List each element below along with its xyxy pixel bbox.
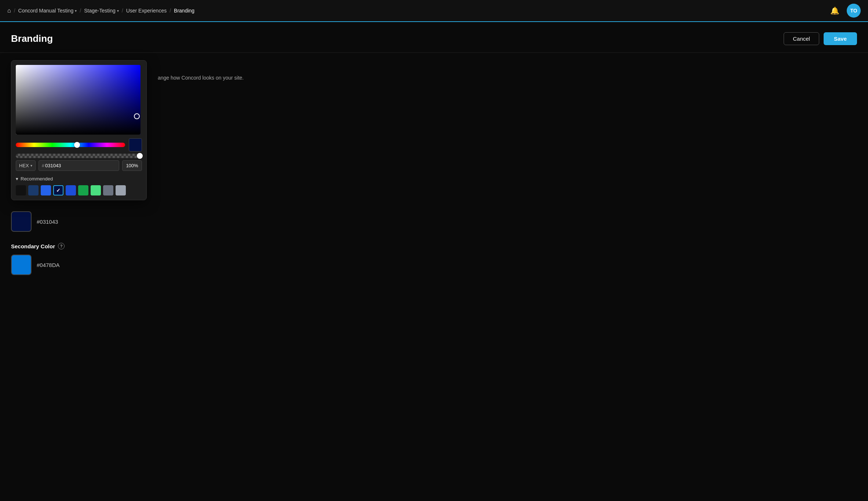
opacity-input[interactable] (122, 160, 142, 171)
hex-format-selector[interactable]: HEX ▾ (16, 160, 36, 171)
alpha-slider[interactable] (16, 154, 142, 158)
swatch-light-gray[interactable] (116, 185, 126, 195)
recommended-label: Recommended (21, 176, 53, 182)
swatch-dark-blue[interactable] (28, 185, 39, 195)
chevron-down-icon-2: ▾ (117, 9, 119, 13)
breadcrumb-ux-label: User Experiences (126, 8, 167, 14)
swatch-blue[interactable] (41, 185, 51, 195)
header-actions: Cancel Save (784, 32, 857, 45)
breadcrumb-stage-label: Stage-Testing (84, 8, 116, 14)
separator-3: / (169, 8, 171, 14)
breadcrumb-ux[interactable]: User Experiences (126, 8, 167, 14)
separator-2: / (122, 8, 123, 14)
separator-0: / (14, 8, 15, 14)
recommended-chevron-icon: ▾ (16, 176, 18, 182)
avatar[interactable]: TO (847, 4, 861, 18)
hue-slider[interactable] (16, 143, 125, 147)
secondary-color-section: Secondary Color ? #0478DA (11, 243, 857, 275)
hex-input[interactable] (45, 163, 74, 168)
breadcrumb-area: ⌂ / Concord Manual Testing ▾ / Stage-Tes… (7, 7, 194, 14)
hex-row: HEX ▾ # (16, 160, 142, 171)
hex-hash: # (42, 163, 44, 168)
swatch-navy[interactable]: ✓ (53, 185, 63, 195)
page-title: Branding (11, 33, 53, 44)
color-preview-swatch (129, 138, 142, 151)
gradient-dark (16, 65, 141, 135)
primary-color-row: #031043 (11, 211, 857, 232)
alpha-thumb[interactable] (137, 153, 143, 159)
secondary-color-row: #0478DA (11, 255, 857, 275)
gradient-canvas[interactable] (16, 65, 141, 135)
breadcrumb-concord-label: Concord Manual Testing (18, 8, 74, 14)
secondary-color-swatch[interactable] (11, 255, 32, 275)
swatch-green[interactable] (78, 185, 88, 195)
notification-bell-button[interactable]: 🔔 (829, 5, 841, 17)
separator-1: / (80, 8, 81, 14)
hex-chevron-icon: ▾ (30, 164, 32, 168)
hex-input-wrapper: # (39, 160, 119, 171)
hex-label-text: HEX (19, 163, 29, 168)
secondary-help-icon[interactable]: ? (58, 243, 65, 249)
secondary-color-label-row: Secondary Color ? (11, 243, 857, 249)
swatch-gray[interactable] (103, 185, 113, 195)
breadcrumb-stage[interactable]: Stage-Testing ▾ (84, 8, 119, 14)
hue-row (16, 138, 142, 151)
main-content: HEX ▾ # ▾ Recommended (0, 60, 868, 275)
recommended-swatches: ✓ (16, 185, 142, 195)
color-picker-popup: HEX ▾ # ▾ Recommended (11, 60, 147, 200)
swatch-black[interactable] (16, 185, 26, 195)
breadcrumb-concord[interactable]: Concord Manual Testing ▾ (18, 8, 77, 14)
color-picker-container: HEX ▾ # ▾ Recommended (11, 60, 147, 200)
secondary-color-label: Secondary Color (11, 243, 55, 249)
save-button[interactable]: Save (824, 32, 857, 45)
breadcrumb-branding: Branding (174, 8, 194, 14)
subtitle-text: ange how Concord looks on your site. (158, 75, 244, 81)
swatch-cobalt[interactable] (66, 185, 76, 195)
home-icon[interactable]: ⌂ (7, 7, 11, 14)
primary-color-hex: #031043 (37, 219, 58, 225)
chevron-down-icon: ▾ (75, 9, 77, 13)
secondary-color-hex: #0478DA (37, 262, 60, 268)
picker-circle[interactable] (134, 113, 140, 119)
cancel-button[interactable]: Cancel (784, 32, 819, 45)
swatch-light-green[interactable] (91, 185, 101, 195)
swatch-check-icon: ✓ (56, 187, 61, 193)
hue-thumb[interactable] (74, 142, 80, 148)
recommended-header[interactable]: ▾ Recommended (16, 176, 142, 182)
primary-color-swatch[interactable] (11, 211, 32, 232)
page-header: Branding Cancel Save (0, 22, 868, 52)
topnav-right: 🔔 TO (829, 4, 861, 18)
topnav: ⌂ / Concord Manual Testing ▾ / Stage-Tes… (0, 0, 868, 22)
header-divider (0, 52, 868, 53)
alpha-row (16, 154, 142, 158)
